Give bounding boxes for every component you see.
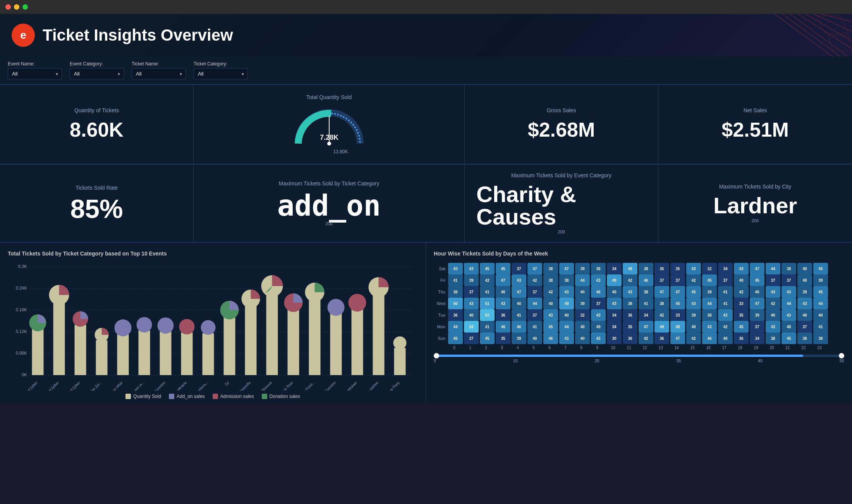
ticket-name-select[interactable]: All xyxy=(132,68,186,79)
heatmap-cell[interactable]: 44 xyxy=(527,298,542,309)
heatmap-cell[interactable]: 37 xyxy=(782,274,796,286)
heatmap-cell[interactable]: 43 xyxy=(766,286,780,298)
heatmap-cell[interactable]: 44 xyxy=(559,321,574,333)
heatmap-cell[interactable]: 42 xyxy=(718,321,733,333)
heatmap-cell[interactable]: 43 xyxy=(702,321,717,333)
heatmap-cell[interactable]: 39 xyxy=(813,274,828,286)
heatmap-cell[interactable]: 38 xyxy=(702,309,717,321)
heatmap-cell[interactable]: 43 xyxy=(496,298,510,309)
heatmap-cell[interactable]: 39 xyxy=(512,333,526,344)
heatmap-cell[interactable]: 37 xyxy=(797,321,812,333)
heatmap-cell[interactable]: 43 xyxy=(766,321,780,333)
ticket-name-select-wrapper[interactable]: All xyxy=(132,68,186,79)
heatmap-cell[interactable]: 43 xyxy=(591,309,606,321)
heatmap-cell[interactable]: 42 xyxy=(527,274,542,286)
close-button[interactable] xyxy=(5,4,11,10)
heatmap-cell[interactable]: 38 xyxy=(766,333,780,344)
heatmap-cell[interactable]: 34 xyxy=(607,309,622,321)
minimize-button[interactable] xyxy=(14,4,19,10)
heatmap-cell[interactable]: 37 xyxy=(718,274,733,286)
heatmap-cell[interactable]: 42 xyxy=(686,274,701,286)
heatmap-cell[interactable]: 39 xyxy=(686,309,701,321)
heatmap-cell[interactable]: 40 xyxy=(575,321,590,333)
heatmap-cell[interactable]: 35 xyxy=(670,263,685,274)
event-name-select-wrapper[interactable]: All xyxy=(8,68,62,79)
ticket-category-select[interactable]: All xyxy=(194,68,248,79)
heatmap-cell[interactable]: 40 xyxy=(575,333,590,344)
heatmap-cell[interactable]: 46 xyxy=(496,321,510,333)
heatmap-cell[interactable]: 47 xyxy=(639,321,653,333)
heatmap-cell[interactable]: 43 xyxy=(464,298,479,309)
heatmap-cell[interactable]: 33 xyxy=(734,298,749,309)
heatmap-cell[interactable]: 43 xyxy=(734,263,749,274)
heatmap-cell[interactable]: 40 xyxy=(527,333,542,344)
heatmap-cell[interactable]: 41 xyxy=(448,274,463,286)
heatmap-cell[interactable]: 42 xyxy=(543,286,558,298)
heatmap-cell[interactable]: 40 xyxy=(766,309,780,321)
heatmap-cell[interactable]: 36 xyxy=(734,333,749,344)
heatmap-cell[interactable]: 36 xyxy=(654,263,669,274)
heatmap-cell[interactable]: 45 xyxy=(480,333,495,344)
heatmap-cell[interactable]: 49 xyxy=(607,274,622,286)
heatmap-cell[interactable]: 49 xyxy=(559,298,574,309)
heatmap-cell[interactable]: 47 xyxy=(559,263,574,274)
heatmap-cell[interactable]: 40 xyxy=(512,298,526,309)
heatmap-cell[interactable]: 40 xyxy=(750,286,764,298)
heatmap-cell[interactable]: 43 xyxy=(591,333,606,344)
heatmap-cell[interactable]: 38 xyxy=(591,263,606,274)
heatmap-cell[interactable]: 36 xyxy=(448,309,463,321)
heatmap-slider[interactable] xyxy=(434,355,844,357)
heatmap-cell[interactable]: 45 xyxy=(734,321,749,333)
maximize-button[interactable] xyxy=(22,4,28,10)
heatmap-cell[interactable]: 43 xyxy=(718,309,733,321)
heatmap-cell[interactable]: 49 xyxy=(654,321,669,333)
heatmap-cell[interactable]: 45 xyxy=(448,333,463,344)
heatmap-cell[interactable]: 41 xyxy=(480,286,495,298)
heatmap-cell[interactable]: 46 xyxy=(512,321,526,333)
heatmap-cell[interactable]: 38 xyxy=(543,263,558,274)
heatmap-cell[interactable]: 37 xyxy=(464,333,479,344)
slider-thumb-left[interactable] xyxy=(434,353,439,358)
heatmap-cell[interactable]: 36 xyxy=(623,309,637,321)
heatmap-cell[interactable]: 35 xyxy=(623,321,637,333)
heatmap-cell[interactable]: 36 xyxy=(654,333,669,344)
heatmap-cell[interactable]: 43 xyxy=(559,333,574,344)
heatmap-cell[interactable]: 53 xyxy=(464,321,479,333)
heatmap-cell[interactable]: 43 xyxy=(607,298,622,309)
heatmap-cell[interactable]: 34 xyxy=(750,333,764,344)
heatmap-cell[interactable]: 47 xyxy=(527,263,542,274)
heatmap-cell[interactable]: 40 xyxy=(797,309,812,321)
heatmap-cell[interactable]: 47 xyxy=(496,274,510,286)
heatmap-cell[interactable]: 42 xyxy=(734,286,749,298)
heatmap-cell[interactable]: 36 xyxy=(496,309,510,321)
heatmap-cell[interactable]: 43 xyxy=(686,263,701,274)
heatmap-cell[interactable]: 47 xyxy=(750,298,764,309)
heatmap-cell[interactable]: 41 xyxy=(813,321,828,333)
heatmap-cell[interactable]: 47 xyxy=(654,286,669,298)
heatmap-cell[interactable]: 38 xyxy=(813,333,828,344)
heatmap-cell[interactable]: 40 xyxy=(797,263,812,274)
heatmap-cell[interactable]: 48 xyxy=(670,321,685,333)
heatmap-cell[interactable]: 38 xyxy=(623,298,637,309)
heatmap-cell[interactable]: 39 xyxy=(797,286,812,298)
heatmap-cell[interactable]: 40 xyxy=(813,309,828,321)
heatmap-cell[interactable]: 38 xyxy=(543,274,558,286)
heatmap-cell[interactable]: 37 xyxy=(591,298,606,309)
heatmap-cell[interactable]: 33 xyxy=(670,309,685,321)
heatmap-cell[interactable]: 43 xyxy=(448,263,463,274)
slider-thumb-right[interactable] xyxy=(839,353,844,358)
heatmap-cell[interactable]: 38 xyxy=(639,286,653,298)
heatmap-cell[interactable]: 40 xyxy=(797,274,812,286)
heatmap-cell[interactable]: 42 xyxy=(686,333,701,344)
heatmap-cell[interactable]: 47 xyxy=(670,333,685,344)
ticket-category-select-wrapper[interactable]: All xyxy=(194,68,248,79)
heatmap-cell[interactable]: 37 xyxy=(654,274,669,286)
heatmap-cell[interactable]: 38 xyxy=(448,286,463,298)
heatmap-cell[interactable]: 42 xyxy=(480,274,495,286)
heatmap-cell[interactable]: 37 xyxy=(750,321,764,333)
heatmap-cell[interactable]: 45 xyxy=(686,286,701,298)
heatmap-cell[interactable]: 43 xyxy=(543,309,558,321)
heatmap-cell[interactable]: 44 xyxy=(448,321,463,333)
heatmap-cell[interactable]: 44 xyxy=(782,298,796,309)
heatmap-cell[interactable]: 39 xyxy=(750,309,764,321)
